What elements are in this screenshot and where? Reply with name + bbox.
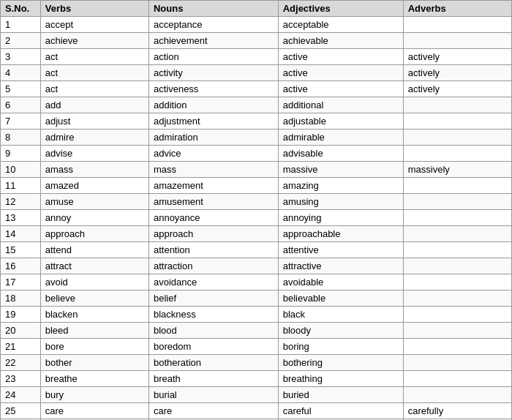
cell-r7-c3: admirable — [278, 130, 403, 146]
cell-r24-c4: carefully — [403, 403, 511, 419]
cell-r0-c0: 1 — [1, 17, 41, 33]
cell-r22-c2: breath — [148, 371, 278, 387]
cell-r22-c3: breathing — [278, 371, 403, 387]
cell-r8-c1: advise — [40, 146, 148, 162]
table-row: 10amassmassmassivemassively — [1, 162, 512, 178]
cell-r1-c2: achievement — [148, 33, 278, 49]
cell-r22-c4 — [403, 371, 511, 387]
cell-r7-c2: admiration — [148, 130, 278, 146]
cell-r23-c0: 24 — [1, 387, 41, 403]
table-row: 17avoidavoidanceavoidable — [1, 274, 512, 290]
cell-r10-c4 — [403, 178, 511, 194]
column-header-verbs: Verbs — [40, 1, 148, 17]
cell-r13-c4 — [403, 226, 511, 242]
cell-r1-c0: 2 — [1, 33, 41, 49]
cell-r5-c1: add — [40, 97, 148, 113]
cell-r6-c3: adjustable — [278, 113, 403, 130]
cell-r7-c4 — [403, 130, 511, 146]
table-row: 19blackenblacknessblack — [1, 307, 512, 323]
word-forms-table: S.No.VerbsNounsAdjectivesAdverbs 1accept… — [0, 0, 512, 420]
table-row: 5actactivenessactiveactively — [1, 81, 512, 97]
cell-r17-c0: 18 — [1, 290, 41, 307]
table-row: 13annoyannoyanceannoying — [1, 210, 512, 226]
cell-r22-c0: 23 — [1, 371, 41, 387]
cell-r5-c0: 6 — [1, 97, 41, 113]
cell-r16-c1: avoid — [40, 274, 148, 290]
table-row: 12amuseamusementamusing — [1, 194, 512, 210]
cell-r12-c0: 13 — [1, 210, 41, 226]
cell-r17-c3: believable — [278, 290, 403, 307]
cell-r19-c2: blood — [148, 323, 278, 339]
cell-r19-c1: bleed — [40, 323, 148, 339]
cell-r10-c0: 11 — [1, 178, 41, 194]
cell-r13-c3: approachable — [278, 226, 403, 242]
cell-r6-c1: adjust — [40, 113, 148, 130]
table-row: 22botherbotherationbothering — [1, 355, 512, 371]
table-row: 23breathebreathbreathing — [1, 371, 512, 387]
cell-r19-c0: 20 — [1, 323, 41, 339]
cell-r21-c2: botheration — [148, 355, 278, 371]
cell-r20-c3: boring — [278, 339, 403, 355]
cell-r6-c4 — [403, 113, 511, 130]
cell-r23-c3: buried — [278, 387, 403, 403]
table-row: 8admireadmirationadmirable — [1, 130, 512, 146]
cell-r1-c1: achieve — [40, 33, 148, 49]
cell-r22-c1: breathe — [40, 371, 148, 387]
cell-r10-c1: amazed — [40, 178, 148, 194]
cell-r3-c1: act — [40, 65, 148, 81]
cell-r16-c3: avoidable — [278, 274, 403, 290]
cell-r7-c1: admire — [40, 130, 148, 146]
cell-r5-c4 — [403, 97, 511, 113]
column-header-adjectives: Adjectives — [278, 1, 403, 17]
cell-r1-c4 — [403, 33, 511, 49]
table-row: 7adjustadjustmentadjustable — [1, 113, 512, 130]
cell-r2-c4: actively — [403, 49, 511, 65]
cell-r13-c1: approach — [40, 226, 148, 242]
cell-r15-c2: attraction — [148, 258, 278, 274]
cell-r0-c1: accept — [40, 17, 148, 33]
cell-r13-c2: approach — [148, 226, 278, 242]
cell-r2-c2: action — [148, 49, 278, 65]
table-row: 25carecarecarefulcarefully — [1, 403, 512, 419]
cell-r19-c3: bloody — [278, 323, 403, 339]
cell-r12-c3: annoying — [278, 210, 403, 226]
table-row: 14approachapproachapproachable — [1, 226, 512, 242]
cell-r9-c4: massively — [403, 162, 511, 178]
table-row: 9adviseadviceadvisable — [1, 146, 512, 162]
cell-r24-c2: care — [148, 403, 278, 419]
cell-r8-c4 — [403, 146, 511, 162]
cell-r23-c1: bury — [40, 387, 148, 403]
cell-r1-c3: achievable — [278, 33, 403, 49]
table-row: 4actactivityactiveactively — [1, 65, 512, 81]
cell-r18-c1: blacken — [40, 307, 148, 323]
cell-r4-c3: active — [278, 81, 403, 97]
cell-r20-c1: bore — [40, 339, 148, 355]
column-header-adverbs: Adverbs — [403, 1, 511, 17]
cell-r18-c2: blackness — [148, 307, 278, 323]
cell-r18-c0: 19 — [1, 307, 41, 323]
cell-r4-c1: act — [40, 81, 148, 97]
cell-r15-c4 — [403, 258, 511, 274]
table-row: 21boreboredomboring — [1, 339, 512, 355]
table-row: 15attendattentionattentive — [1, 242, 512, 258]
table-row: 11amazedamazementamazing — [1, 178, 512, 194]
cell-r11-c2: amusement — [148, 194, 278, 210]
cell-r24-c0: 25 — [1, 403, 41, 419]
cell-r9-c1: amass — [40, 162, 148, 178]
cell-r2-c3: active — [278, 49, 403, 65]
cell-r11-c4 — [403, 194, 511, 210]
cell-r3-c3: active — [278, 65, 403, 81]
cell-r12-c4 — [403, 210, 511, 226]
cell-r10-c3: amazing — [278, 178, 403, 194]
cell-r24-c1: care — [40, 403, 148, 419]
table-row: 3actactionactiveactively — [1, 49, 512, 65]
cell-r14-c4 — [403, 242, 511, 258]
cell-r15-c3: attractive — [278, 258, 403, 274]
cell-r0-c4 — [403, 17, 511, 33]
cell-r14-c1: attend — [40, 242, 148, 258]
cell-r9-c3: massive — [278, 162, 403, 178]
cell-r9-c2: mass — [148, 162, 278, 178]
cell-r18-c3: black — [278, 307, 403, 323]
cell-r3-c0: 4 — [1, 65, 41, 81]
cell-r21-c3: bothering — [278, 355, 403, 371]
